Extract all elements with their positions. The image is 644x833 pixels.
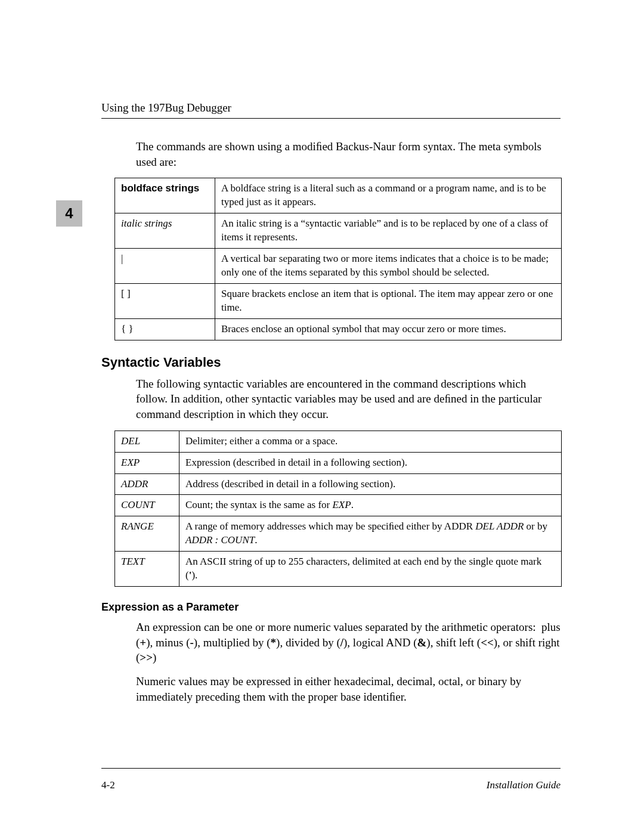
table-row: EXPExpression (described in detail in a …: [115, 452, 562, 473]
footer-rule: [101, 768, 561, 769]
subsection-heading-expression: Expression as a Parameter: [101, 601, 561, 614]
var-desc: A range of memory addresses which may be…: [179, 516, 562, 552]
meta-desc: An italic string is a “syntactic variabl…: [215, 213, 562, 249]
meta-key: italic strings: [115, 213, 215, 249]
meta-symbols-table: boldface stringsA boldface string is a l…: [114, 178, 562, 340]
table-row: boldface stringsA boldface string is a l…: [115, 178, 562, 213]
var-key: DEL: [115, 431, 179, 452]
section-paragraph: The following syntactic variables are en…: [136, 376, 561, 422]
page: Using the 197Bug Debugger 4 The commands…: [0, 0, 644, 833]
var-key: ADDR: [115, 473, 179, 495]
running-head: Using the 197Bug Debugger: [101, 101, 561, 114]
doc-title: Installation Guide: [487, 779, 561, 791]
expression-body: An expression can be one or more numeric…: [136, 620, 561, 704]
table-row: DELDelimiter; either a comma or a space.: [115, 431, 562, 452]
meta-desc: A vertical bar separating two or more it…: [215, 249, 562, 284]
page-footer: 4-2 Installation Guide: [101, 779, 561, 791]
header-rule: [101, 118, 561, 119]
section-body: The following syntactic variables are en…: [136, 376, 561, 422]
table-row: ADDRAddress (described in detail in a fo…: [115, 473, 562, 495]
section-heading-syntactic-variables: Syntactic Variables: [101, 355, 561, 370]
var-desc: Expression (described in detail in a fol…: [179, 452, 562, 473]
table-row: [ ]Square brackets enclose an item that …: [115, 283, 562, 318]
syntactic-variables-table: DELDelimiter; either a comma or a space.…: [114, 431, 562, 587]
table-row: |A vertical bar separating two or more i…: [115, 249, 562, 284]
expression-paragraph: An expression can be one or more numeric…: [136, 620, 561, 665]
page-number: 4-2: [101, 779, 115, 791]
meta-desc: A boldface string is a literal such as a…: [215, 178, 562, 213]
table-row: italic stringsAn italic string is a “syn…: [115, 213, 562, 249]
intro-paragraph: The commands are shown using a modiﬁed B…: [136, 139, 561, 169]
var-key: TEXT: [115, 552, 179, 587]
var-desc: Address (described in detail in a follow…: [179, 473, 562, 495]
var-key: RANGE: [115, 516, 179, 552]
table-row: RANGEA range of memory addresses which m…: [115, 516, 562, 552]
meta-desc: Square brackets enclose an item that is …: [215, 283, 562, 318]
body-text: The commands are shown using a modiﬁed B…: [136, 139, 561, 169]
var-key: COUNT: [115, 495, 179, 516]
var-desc: An ASCII string of up to 255 characters,…: [179, 552, 562, 587]
table-row: COUNTCount; the syntax is the same as fo…: [115, 495, 562, 516]
numeric-paragraph: Numeric values may be expressed in eithe…: [136, 674, 561, 704]
meta-key: |: [115, 249, 215, 284]
var-desc: Count; the syntax is the same as for EXP…: [179, 495, 562, 516]
var-desc: Delimiter; either a comma or a space.: [179, 431, 562, 452]
table-row: TEXTAn ASCII string of up to 255 charact…: [115, 552, 562, 587]
var-key: EXP: [115, 452, 179, 473]
table-row: { }Braces enclose an optional symbol tha…: [115, 318, 562, 340]
meta-key: boldface strings: [115, 178, 215, 213]
meta-key: { }: [115, 318, 215, 340]
meta-key: [ ]: [115, 283, 215, 318]
chapter-tab: 4: [56, 200, 82, 227]
meta-desc: Braces enclose an optional symbol that m…: [215, 318, 562, 340]
